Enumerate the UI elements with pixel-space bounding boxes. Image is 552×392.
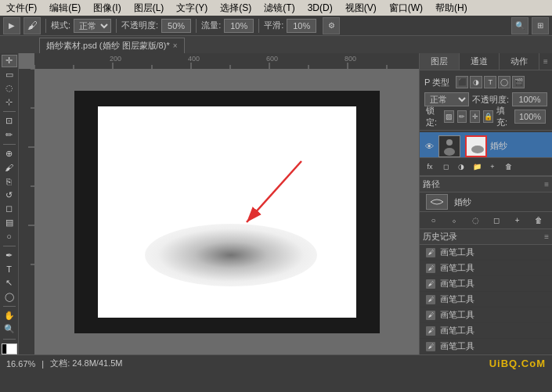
- canvas-document[interactable]: [98, 106, 356, 318]
- tool-gradient[interactable]: ▤: [2, 217, 17, 229]
- tool-text[interactable]: T: [2, 263, 17, 275]
- layer-fx-row: fx ◻ ◑ 📁 + 🗑: [420, 157, 552, 176]
- paths-header[interactable]: 路径 ≡: [420, 177, 552, 192]
- path-tool-stroke[interactable]: ⬦: [447, 214, 461, 228]
- lock-position[interactable]: ✛: [470, 110, 480, 123]
- menu-view[interactable]: 视图(V): [342, 2, 380, 15]
- path-tool-new[interactable]: +: [511, 214, 525, 228]
- flow-input[interactable]: [224, 19, 254, 33]
- history-item-2[interactable]: 🖌 画笔工具: [420, 276, 552, 292]
- layer-item-veil[interactable]: 👁 婚纱: [420, 132, 552, 157]
- fx-button[interactable]: fx: [423, 160, 437, 174]
- fill-value[interactable]: [514, 110, 546, 124]
- path-tool-to-selection[interactable]: ◌: [468, 214, 482, 228]
- tool-eraser[interactable]: ◻: [2, 203, 17, 215]
- history-label-6: 画笔工具: [440, 340, 474, 352]
- tool-zoom[interactable]: 🔍: [2, 323, 17, 336]
- add-mask-btn[interactable]: ◻: [438, 160, 453, 174]
- tab-channels[interactable]: 通道: [460, 53, 500, 70]
- filter-shape[interactable]: ◯: [498, 76, 511, 88]
- tool-path-select[interactable]: ↖: [2, 277, 17, 290]
- menu-3d[interactable]: 3D(D): [305, 2, 336, 13]
- background-color[interactable]: [6, 343, 17, 354]
- toolbar-search[interactable]: 🔍: [511, 17, 529, 34]
- tool-pen[interactable]: ✒: [2, 250, 17, 262]
- tool-dodge[interactable]: ○: [2, 230, 17, 243]
- layer-mask-thumb-veil[interactable]: [465, 135, 487, 157]
- status-bar: 16.67% | 文档: 24.8M/41.5M UiBQ.CoM: [0, 354, 552, 372]
- toolbar-sep2: [116, 19, 117, 33]
- history-item-5[interactable]: 🖌 画笔工具: [420, 323, 552, 339]
- svg-rect-15: [19, 69, 34, 354]
- lock-image[interactable]: ✏: [457, 110, 467, 123]
- new-layer-btn[interactable]: +: [485, 160, 500, 174]
- path-tool-delete[interactable]: 🗑: [532, 214, 546, 228]
- fill-label: 填充:: [496, 105, 511, 128]
- tab-layers[interactable]: 图层: [420, 53, 460, 70]
- menu-select[interactable]: 选择(S): [217, 2, 254, 15]
- menu-image[interactable]: 图像(I): [90, 2, 124, 15]
- lock-all[interactable]: 🔒: [483, 110, 493, 123]
- tool-lasso[interactable]: ◌: [2, 82, 17, 95]
- toolbar-window-arrange[interactable]: ⊞: [532, 17, 549, 34]
- tool-shape[interactable]: ◯: [2, 290, 17, 303]
- tool-brush[interactable]: 🖌: [2, 161, 17, 174]
- toolbar-arrow[interactable]: ▶: [3, 17, 20, 34]
- tool-marquee[interactable]: ▭: [2, 69, 17, 81]
- group-btn[interactable]: 📁: [470, 160, 484, 174]
- main-area: ✛ ▭ ◌ ⊹ ⊡ ✏ ⊕ 🖌 ⎘ ↺ ◻ ▤ ○ ✒ T ↖ ◯ ✋ 🔍: [0, 53, 552, 354]
- toolbar-sep4: [258, 19, 259, 33]
- tab-close-btn[interactable]: ×: [173, 41, 178, 50]
- panel-menu-btn[interactable]: ≡: [539, 53, 552, 69]
- menu-text[interactable]: 文字(Y): [173, 2, 211, 15]
- svg-text:200: 200: [110, 55, 121, 63]
- tool-magic-wand[interactable]: ⊹: [2, 96, 17, 109]
- smooth-input[interactable]: [287, 19, 316, 33]
- history-icon-5: 🖌: [426, 326, 435, 336]
- tool-history-brush[interactable]: ↺: [2, 189, 17, 202]
- opacity-input[interactable]: [161, 19, 191, 33]
- history-item-4[interactable]: 🖌 画笔工具: [420, 307, 552, 323]
- history-item-6[interactable]: 🖌 画笔工具: [420, 339, 552, 354]
- mode-select[interactable]: 正常: [74, 19, 111, 33]
- tool-clone[interactable]: ⎘: [2, 175, 17, 188]
- tool-crop[interactable]: ⊡: [2, 115, 17, 128]
- filter-pixel[interactable]: ⬛: [456, 76, 468, 88]
- file-info: 文档: 24.8M/41.5M: [50, 358, 122, 369]
- tool-heal[interactable]: ⊕: [2, 148, 17, 160]
- layers-controls: P 类型 ⬛ ◑ T ◯ 🎬 正常 不透明度: 锁定: ▨ ✏: [420, 70, 552, 128]
- brush-stroke-shadow: [145, 224, 317, 286]
- layer-vis-veil[interactable]: 👁: [423, 140, 435, 153]
- tab-bar: 婚纱素材.psd (婚纱 图层蒙版/8)* ×: [0, 36, 552, 53]
- adjustment-btn[interactable]: ◑: [454, 160, 468, 174]
- zoom-level: 16.67%: [6, 359, 35, 369]
- menu-layer[interactable]: 图层(L): [131, 2, 168, 15]
- path-item-veil[interactable]: 婚纱: [420, 192, 552, 211]
- history-item-1[interactable]: 🖌 画笔工具: [420, 261, 552, 276]
- history-label-2: 画笔工具: [440, 278, 474, 290]
- paths-section: 路径 ≡ 婚纱 ○ ⬦ ◌ ◻ + 🗑: [420, 176, 552, 228]
- menu-edit[interactable]: 编辑(E): [46, 2, 84, 15]
- path-tool-mask[interactable]: ◻: [489, 214, 503, 228]
- tool-move[interactable]: ✛: [2, 55, 17, 67]
- opacity-value[interactable]: [512, 92, 547, 106]
- toolbar-gear[interactable]: ⚙: [323, 17, 340, 34]
- menu-file[interactable]: 文件(F): [3, 2, 40, 15]
- tool-eyedropper[interactable]: ✏: [2, 129, 17, 142]
- history-item-3[interactable]: 🖌 画笔工具: [420, 292, 552, 307]
- filter-smart[interactable]: 🎬: [512, 76, 525, 88]
- filter-adjust[interactable]: ◑: [470, 76, 482, 88]
- tab-main-file[interactable]: 婚纱素材.psd (婚纱 图层蒙版/8)* ×: [39, 38, 185, 53]
- lock-transparent[interactable]: ▨: [444, 110, 454, 123]
- tool-hand[interactable]: ✋: [2, 310, 17, 322]
- toolbar-brush[interactable]: 🖌: [23, 17, 41, 34]
- history-item-0[interactable]: 🖌 画笔工具: [420, 245, 552, 261]
- menu-filter[interactable]: 滤镜(T): [261, 2, 298, 15]
- tab-actions[interactable]: 动作: [500, 53, 539, 70]
- history-header[interactable]: 历史记录 ≡: [420, 229, 552, 245]
- path-tool-fill[interactable]: ○: [426, 214, 440, 228]
- menu-window[interactable]: 窗口(W): [386, 2, 426, 15]
- delete-layer-btn[interactable]: 🗑: [501, 160, 515, 174]
- menu-help[interactable]: 帮助(H): [432, 2, 471, 15]
- filter-type[interactable]: T: [484, 76, 496, 88]
